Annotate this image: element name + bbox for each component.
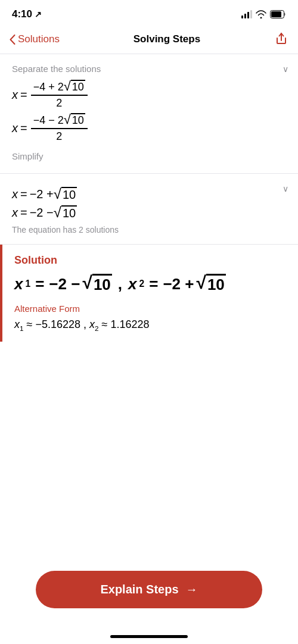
- back-button[interactable]: Solutions: [10, 33, 60, 45]
- x1-var: x: [14, 275, 23, 293]
- status-time: 4:10 ↗: [12, 8, 42, 20]
- nav-bar: Solutions Solving Steps: [0, 26, 298, 54]
- explain-steps-button[interactable]: Explain Steps →: [36, 571, 262, 608]
- numerator-1: −4 + 2√10: [31, 80, 88, 96]
- share-icon: [274, 31, 288, 45]
- solution-sqrt2: √10: [196, 274, 225, 294]
- battery-icon: [270, 10, 286, 18]
- x-var: x: [12, 88, 18, 102]
- solution-title: Solution: [14, 254, 286, 267]
- x2-subscript: 2: [139, 279, 145, 289]
- denominator-2: 2: [54, 129, 64, 143]
- math-line-4: x = −2 − √10: [12, 205, 286, 220]
- solution-sqrt1: √10: [82, 274, 111, 294]
- equation-note: The equation has 2 solutions: [12, 225, 286, 235]
- x1-subscript: 1: [25, 279, 30, 289]
- page-title: Solving Steps: [134, 33, 200, 45]
- solution-section: Solution x1 = −2 − √10 , x2 = −2 + √10 A…: [0, 245, 298, 342]
- home-indicator: [110, 635, 188, 638]
- step-simplified: ∨ x = −2 + √10 x = −2 − √10 The equation…: [0, 174, 298, 245]
- share-button[interactable]: [274, 31, 288, 48]
- time-display: 4:10: [12, 8, 32, 20]
- step1-collapse[interactable]: ∨: [283, 64, 288, 74]
- equals-sign-2: =: [20, 121, 27, 135]
- chevron-left-icon: [10, 35, 15, 45]
- math-line-1: x = −4 + 2√10 2: [12, 80, 286, 110]
- chevron-down-icon: ∨: [283, 64, 288, 74]
- step-separate-solutions: Separate the solutions ∨ x = −4 + 2√10 2…: [0, 54, 298, 174]
- math-line-2: x = −4 − 2√10 2: [12, 113, 286, 143]
- x-var-2: x: [12, 121, 18, 135]
- sqrt-10-minus: √10: [54, 205, 77, 220]
- x-var-4: x: [12, 206, 18, 220]
- arrow-icon: →: [186, 583, 198, 596]
- fraction-1: −4 + 2√10 2: [31, 80, 88, 110]
- alt-form-label: Alternative Form: [14, 304, 286, 314]
- svg-rect-1: [271, 11, 281, 17]
- simplify-label: Simplify: [12, 146, 286, 164]
- solution-math: x1 = −2 − √10 , x2 = −2 + √10: [14, 274, 286, 294]
- back-label: Solutions: [18, 33, 60, 45]
- sqrt-10-plus: √10: [54, 187, 77, 202]
- wifi-icon: [256, 10, 266, 18]
- explain-btn-label: Explain Steps: [100, 583, 178, 596]
- step2-collapse[interactable]: ∨: [283, 183, 288, 194]
- numerator-2: −4 − 2√10: [31, 113, 88, 129]
- math-line-3: x = −2 + √10: [12, 187, 286, 202]
- step1-label: Separate the solutions: [12, 64, 286, 74]
- signal-icon: [241, 10, 252, 18]
- x-var-3: x: [12, 187, 18, 201]
- denominator-1: 2: [54, 96, 64, 110]
- alt-form-math: x1 ≈ −5.16228 , x2 ≈ 1.16228: [14, 318, 286, 332]
- chevron-down-icon-2: ∨: [283, 184, 288, 193]
- location-icon: ↗: [35, 10, 42, 19]
- status-bar: 4:10 ↗: [0, 0, 298, 26]
- x2-var: x: [128, 275, 136, 293]
- status-icons: [241, 10, 286, 18]
- equals-sign: =: [20, 88, 27, 102]
- fraction-2: −4 − 2√10 2: [31, 113, 88, 143]
- content-area: Separate the solutions ∨ x = −4 + 2√10 2…: [0, 54, 298, 342]
- explain-btn-container: Explain Steps →: [0, 571, 298, 608]
